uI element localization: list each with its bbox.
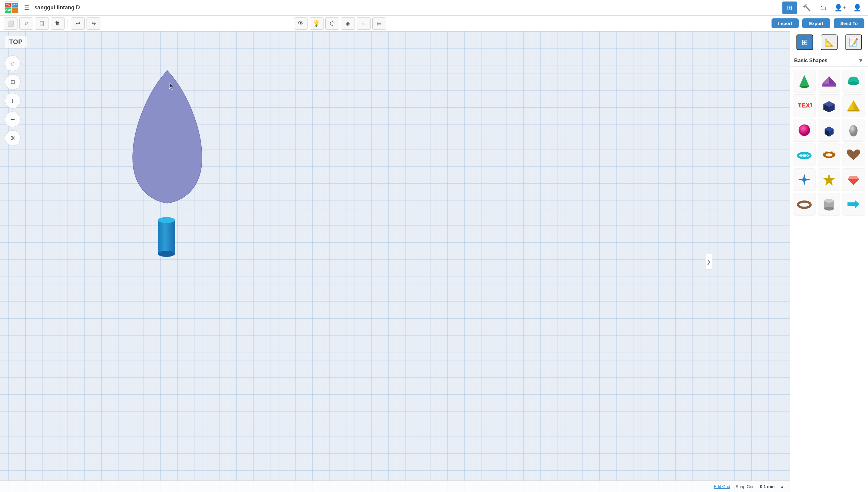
svg-point-1 — [158, 217, 175, 223]
svg-point-29 — [826, 153, 832, 156]
svg-rect-0 — [158, 220, 175, 254]
document-icon: ☰ — [24, 4, 29, 11]
svg-point-26 — [801, 154, 808, 157]
shape-star4[interactable] — [793, 168, 816, 191]
svg-point-2 — [158, 251, 175, 257]
shape-egg[interactable] — [842, 119, 865, 142]
shape-half-sphere[interactable] — [842, 70, 865, 93]
flip-button[interactable]: ◈ — [341, 18, 355, 29]
shape-pyramid[interactable] — [842, 94, 865, 117]
shape-gem[interactable] — [842, 168, 865, 191]
action-buttons: Import Export Send To — [771, 18, 864, 28]
panel-collapse-handle[interactable]: ❯ — [705, 254, 712, 270]
svg-text:TEXT: TEXT — [798, 102, 812, 109]
shape-ring[interactable] — [793, 193, 816, 216]
topbar: TIN KER CAD ☰ sanggul lintang D ⊞ 🔨 🗂 👤+… — [0, 0, 868, 16]
logo-4 — [12, 8, 18, 13]
panel-dropdown-icon[interactable]: ▼ — [858, 57, 864, 64]
svg-marker-32 — [847, 176, 860, 179]
logo-cad: CAD — [5, 8, 11, 13]
new-button[interactable]: ⬜ — [4, 18, 18, 29]
main-area: TOP ⌂ ⊡ + − ❋ — [0, 31, 868, 492]
shape-cube[interactable] — [818, 119, 841, 142]
export-button[interactable]: Export — [802, 18, 830, 28]
group-view-button[interactable]: 👁 — [294, 18, 308, 29]
document-title: sanggul lintang D — [34, 4, 80, 11]
shape-align-button[interactable]: ⬡ — [325, 18, 339, 29]
canvas-area[interactable]: TOP ⌂ ⊡ + − ❋ — [0, 31, 790, 492]
shape-donut[interactable] — [818, 144, 841, 166]
mirror-button[interactable]: ⬦ — [357, 18, 371, 29]
svg-point-9 — [848, 81, 859, 85]
shape-cylinder2[interactable] — [818, 193, 841, 216]
cylinder-shape[interactable] — [157, 215, 176, 257]
svg-point-36 — [824, 207, 834, 211]
svg-point-19 — [799, 124, 810, 136]
storage-button[interactable]: 🗂 — [816, 1, 830, 14]
duplicate-button[interactable]: ⧉ — [19, 18, 33, 29]
sep1 — [68, 19, 68, 28]
svg-marker-18 — [847, 110, 860, 111]
arrange-button[interactable]: ▤ — [372, 18, 386, 29]
snap-value: 0.1 mm — [760, 484, 774, 489]
app-logo: TIN KER CAD — [4, 1, 19, 14]
shape-arrow[interactable] — [842, 193, 865, 216]
panel-title: Basic Shapes — [794, 57, 827, 64]
shape-text[interactable]: TEXT TEXT — [793, 94, 816, 117]
center-tools: 👁 💡 ⬡ ◈ ⬦ ▤ — [294, 18, 386, 29]
logo-ker: KER — [12, 3, 18, 8]
shape-sphere[interactable] — [793, 119, 816, 142]
user-button[interactable]: 👤 — [850, 1, 864, 14]
svg-marker-8 — [822, 84, 836, 87]
shape-cone[interactable] — [793, 70, 816, 93]
add-user-button[interactable]: 👤+ — [833, 1, 847, 14]
shape-roof[interactable] — [818, 70, 841, 93]
right-panel: ⊞ 📐 📝 Basic Shapes ▼ — [790, 31, 868, 492]
panel-top-icons: ⊞ 📐 📝 — [790, 31, 868, 53]
edit-grid-link[interactable]: Edit Grid — [714, 484, 730, 489]
panel-ruler-button[interactable]: 📐 — [821, 34, 838, 50]
bottom-bar: Edit Grid Snap Grid 0.1 mm ▲ — [0, 481, 790, 492]
svg-marker-4 — [799, 75, 809, 86]
svg-marker-30 — [823, 174, 835, 186]
hammer-button[interactable]: 🔨 — [799, 1, 814, 14]
panel-header: Basic Shapes ▼ — [790, 53, 868, 67]
svg-point-24 — [849, 125, 858, 137]
shape-heart[interactable] — [842, 144, 865, 166]
snap-up-arrow[interactable]: ▲ — [780, 484, 784, 489]
grid-view-button[interactable]: ⊞ — [783, 1, 797, 14]
svg-marker-37 — [847, 200, 860, 208]
panel-grid-button[interactable]: ⊞ — [796, 34, 813, 50]
import-button[interactable]: Import — [771, 18, 799, 28]
top-right-icons: ⊞ 🔨 🗂 👤+ 👤 — [783, 1, 864, 14]
snap-label: Snap Grid — [736, 484, 754, 489]
shape-box[interactable] — [818, 94, 841, 117]
sendto-button[interactable]: Send To — [834, 18, 864, 28]
leaf-shape[interactable] — [127, 68, 208, 206]
svg-point-33 — [798, 202, 811, 208]
canvas-content — [0, 31, 790, 492]
svg-point-35 — [824, 199, 834, 203]
logo-tin: TIN — [5, 3, 11, 8]
panel-notes-button[interactable]: 📝 — [845, 34, 862, 50]
workplane-button[interactable]: 💡 — [309, 18, 323, 29]
undo-button[interactable]: ↩ — [71, 18, 85, 29]
shape-star6[interactable] — [818, 168, 841, 191]
redo-button[interactable]: ↪ — [86, 18, 100, 29]
shape-torus[interactable] — [793, 144, 816, 166]
toolbar2: ⬜ ⧉ 📋 🗑 ↩ ↪ 👁 💡 ⬡ ◈ ⬦ ▤ Import Export Se… — [0, 16, 868, 31]
delete-button[interactable]: 🗑 — [51, 18, 65, 29]
shapes-grid: TEXT TEXT — [790, 67, 868, 219]
copy-button[interactable]: 📋 — [35, 18, 49, 29]
chevron-right-icon: ❯ — [707, 259, 711, 265]
svg-point-25 — [798, 153, 811, 158]
